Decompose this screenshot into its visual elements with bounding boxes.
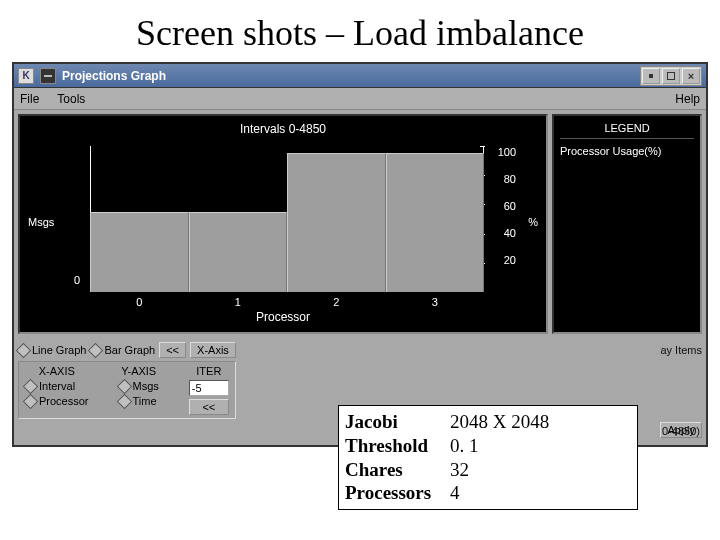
prev-button[interactable]: << xyxy=(159,342,186,358)
bars xyxy=(90,146,484,292)
ytick-100: 100 xyxy=(498,146,516,158)
ytick-40: 40 xyxy=(498,227,516,239)
iter-prev-button[interactable]: << xyxy=(189,399,229,415)
plot-area: 0 1 2 3 xyxy=(90,146,484,292)
ytick-80: 80 xyxy=(498,173,516,185)
window-buttons: × xyxy=(640,66,702,86)
xtick-2: 2 xyxy=(333,296,339,308)
xtick-0: 0 xyxy=(136,296,142,308)
menu-tools[interactable]: Tools xyxy=(57,92,85,106)
xtick-1: 1 xyxy=(235,296,241,308)
xaxis-button[interactable]: X-Axis xyxy=(190,342,236,358)
threshold-value: 0. 1 xyxy=(450,434,479,458)
threshold-label: Threshold xyxy=(345,434,450,458)
menu-file[interactable]: File xyxy=(20,92,39,106)
chares-label: Chares xyxy=(345,458,450,482)
legend-panel: LEGEND Processor Usage(%) xyxy=(552,114,702,334)
legend-title: LEGEND xyxy=(560,122,694,139)
menu-help[interactable]: Help xyxy=(675,92,700,106)
iter-input[interactable] xyxy=(189,380,229,396)
chart-panel: Intervals 0-4850 Msgs % 0 100 80 60 40 2… xyxy=(18,114,548,334)
minimize-button[interactable] xyxy=(642,68,660,84)
ytick-20: 20 xyxy=(498,254,516,266)
pct-axis-label: % xyxy=(528,216,538,228)
axis-config-panel: X-AXIS Interval Processor Y-AXIS Msgs Ti… xyxy=(18,361,236,419)
app-window: K Projections Graph × File Tools Help In… xyxy=(12,62,708,447)
main-content: Intervals 0-4850 Msgs % 0 100 80 60 40 2… xyxy=(14,110,706,338)
sysmenu-icon[interactable]: K xyxy=(18,68,34,84)
window-title: Projections Graph xyxy=(62,69,166,83)
line-graph-radio[interactable]: Line Graph xyxy=(18,344,86,356)
chares-value: 32 xyxy=(450,458,469,482)
iter-col-header: ITER xyxy=(189,365,229,377)
maximize-button[interactable] xyxy=(662,68,680,84)
time-radio[interactable]: Time xyxy=(119,395,159,407)
bar-proc-2 xyxy=(287,153,386,292)
bar-graph-radio[interactable]: Bar Graph xyxy=(90,344,155,356)
display-items-partial[interactable]: ay Items xyxy=(660,344,702,356)
msgs-axis-label: Msgs xyxy=(28,216,54,228)
xaxis-label: Processor xyxy=(20,310,546,324)
chart-title: Intervals 0-4850 xyxy=(20,122,546,136)
ytick-60: 60 xyxy=(498,200,516,212)
params-overlay: Jacobi2048 X 2048 Threshold0. 1 Chares 3… xyxy=(338,405,638,510)
close-button[interactable]: × xyxy=(682,68,700,84)
xtick-3: 3 xyxy=(432,296,438,308)
bar-proc-1 xyxy=(189,212,288,292)
bar-proc-3 xyxy=(386,153,485,292)
menubar: File Tools Help xyxy=(14,88,706,110)
xaxis-col-header: X-AXIS xyxy=(25,365,89,377)
range-status: 0-4850) xyxy=(662,425,700,437)
processors-value: 4 xyxy=(450,481,460,505)
legend-entry: Processor Usage(%) xyxy=(560,145,694,157)
right-y-ticks: 100 80 60 40 20 xyxy=(498,146,516,266)
jacobi-value: 2048 X 2048 xyxy=(450,410,549,434)
left-y-tick-0: 0 xyxy=(74,274,80,286)
msgs-radio[interactable]: Msgs xyxy=(119,380,159,392)
titlebar[interactable]: K Projections Graph × xyxy=(14,64,706,88)
bar-proc-0 xyxy=(90,212,189,292)
jacobi-label: Jacobi xyxy=(345,410,450,434)
interval-radio[interactable]: Interval xyxy=(25,380,89,392)
processor-radio[interactable]: Processor xyxy=(25,395,89,407)
slide-title: Screen shots – Load imbalance xyxy=(0,0,720,62)
app-icon xyxy=(40,68,56,84)
yaxis-col-header: Y-AXIS xyxy=(119,365,159,377)
processors-label: Processors xyxy=(345,481,450,505)
